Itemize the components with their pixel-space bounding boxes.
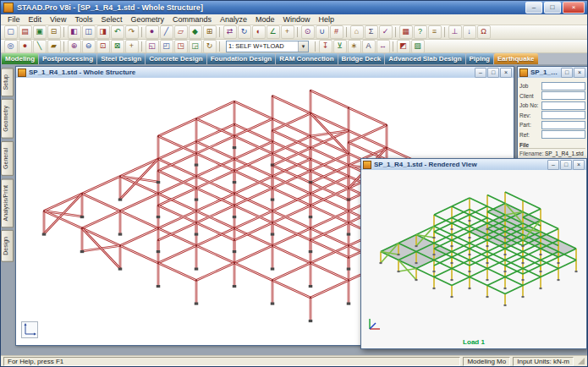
check-model-icon[interactable]: ✓ <box>379 25 393 39</box>
job-field-input[interactable] <box>541 130 585 139</box>
report-icon[interactable]: ≡ <box>428 25 442 39</box>
mode-tab-ram-connection[interactable]: RAM Connection <box>276 53 337 64</box>
display-loads-icon[interactable]: ↧ <box>319 40 332 53</box>
menu-item-window[interactable]: Window <box>279 14 315 25</box>
display-axes-icon[interactable]: ∗ <box>348 40 361 53</box>
rendered-canvas[interactable] <box>361 170 586 348</box>
connect-beams-icon[interactable]: ∪ <box>316 25 329 39</box>
save-icon[interactable]: ▣ <box>33 25 47 39</box>
menu-item-edit[interactable]: Edit <box>25 14 47 25</box>
translational-repeat-icon[interactable]: ⇄ <box>223 25 237 39</box>
maximize-icon[interactable]: □ <box>561 68 573 78</box>
job-info-titlebar[interactable]: SP_1_R4_1.std - Job Info □ × <box>518 67 587 79</box>
view-top-icon[interactable]: ◰ <box>160 40 173 53</box>
mode-tab-concrete-design[interactable]: Concrete Design <box>146 53 206 64</box>
menu-item-tools[interactable]: Tools <box>70 14 96 25</box>
active-load-combo[interactable]: 1: SELF W+TLOAD▾ <box>226 41 309 52</box>
zoom-in-icon[interactable]: ⊕ <box>68 40 81 53</box>
zoom-out-icon[interactable]: ⊖ <box>82 40 96 53</box>
mode-tab-bridge-deck[interactable]: Bridge Deck <box>338 53 385 64</box>
job-field-input[interactable] <box>541 101 585 110</box>
page-tab-general[interactable]: General <box>1 141 14 176</box>
copy-icon[interactable]: ◫ <box>82 25 96 39</box>
close-icon[interactable]: × <box>500 68 512 78</box>
menu-item-view[interactable]: View <box>46 14 70 25</box>
whole-structure-titlebar[interactable]: SP_1_R4_1.std - Whole Structure – □ × <box>16 67 514 79</box>
support-icon[interactable]: ⊥ <box>448 25 462 39</box>
run-analysis-icon[interactable]: Σ <box>365 25 378 39</box>
move-icon[interactable]: + <box>281 25 294 39</box>
mode-tab-postprocessing[interactable]: Postprocessing <box>39 53 96 64</box>
new-file-icon[interactable]: ▢ <box>4 25 18 39</box>
node-tool-icon[interactable]: ● <box>146 25 159 39</box>
dimension-icon[interactable]: ↔ <box>376 40 390 53</box>
zoom-extents-icon[interactable]: ⊠ <box>111 40 124 53</box>
zoom-window-icon[interactable]: ⊡ <box>96 40 110 53</box>
select-plates-icon[interactable]: ▰ <box>47 40 61 53</box>
mirror-icon[interactable]: ◐ <box>252 25 266 39</box>
view-side-icon[interactable]: ◳ <box>174 40 188 53</box>
display-labels-icon[interactable]: A <box>362 40 376 53</box>
close-button[interactable]: × <box>563 2 585 14</box>
mode-tab-foundation-design[interactable]: Foundation Design <box>207 53 275 64</box>
close-icon[interactable]: × <box>573 160 585 170</box>
maximize-button[interactable]: □ <box>544 2 561 14</box>
renumber-icon[interactable]: # <box>330 25 343 39</box>
page-tab-setup[interactable]: Setup <box>1 68 14 96</box>
chevron-down-icon[interactable]: ▾ <box>298 41 308 52</box>
menu-item-commands[interactable]: Commands <box>168 14 216 25</box>
shaded-view-icon[interactable]: ▨ <box>411 40 425 53</box>
minimize-icon[interactable]: – <box>475 68 486 78</box>
load-arrow-icon[interactable]: ↓ <box>463 25 476 39</box>
maximize-icon[interactable]: □ <box>487 68 499 78</box>
snap-grid-icon[interactable]: ⊞ <box>203 25 217 39</box>
select-cursor-icon[interactable]: ◎ <box>4 40 18 53</box>
open-file-icon[interactable]: ▤ <box>19 25 32 39</box>
plate-tool-icon[interactable]: ▱ <box>174 25 188 39</box>
menu-item-geometry[interactable]: Geometry <box>126 14 168 25</box>
menu-item-file[interactable]: File <box>3 14 25 25</box>
structure-wizard-icon[interactable]: ⌂ <box>350 25 364 39</box>
paste-icon[interactable]: ◨ <box>96 25 110 39</box>
resize-grip[interactable] <box>578 358 585 364</box>
mode-tab-advanced-slab-design[interactable]: Advanced Slab Design <box>385 53 464 64</box>
circular-repeat-icon[interactable]: ↻ <box>238 25 251 39</box>
redo-icon[interactable]: ↷ <box>125 25 139 39</box>
undo-icon[interactable]: ↶ <box>111 25 124 39</box>
section-property-icon[interactable]: Ω <box>477 25 491 39</box>
menu-item-analyze[interactable]: Analyze <box>216 14 251 25</box>
display-supports-icon[interactable]: ⊻ <box>333 40 347 53</box>
menu-item-mode[interactable]: Mode <box>251 14 279 25</box>
menu-item-select[interactable]: Select <box>96 14 126 25</box>
render-view-icon[interactable]: ◩ <box>397 40 410 53</box>
maximize-icon[interactable]: □ <box>560 160 572 170</box>
minimize-button[interactable]: – <box>525 2 542 14</box>
tables-icon[interactable]: ▦ <box>399 25 413 39</box>
menu-item-help[interactable]: Help <box>315 14 339 25</box>
rotate-view-icon[interactable]: ↻ <box>203 40 217 53</box>
job-field-input[interactable] <box>541 82 585 90</box>
mode-tab-modeling[interactable]: Modeling <box>2 53 38 64</box>
page-tab-geometry[interactable]: Geometry <box>1 99 14 139</box>
page-tab-design[interactable]: Design <box>1 230 14 262</box>
select-beams-icon[interactable]: ╲ <box>33 40 47 53</box>
mode-tab-steel-design[interactable]: Steel Design <box>97 53 145 64</box>
job-field-input[interactable] <box>541 111 585 119</box>
solid-tool-icon[interactable]: ◆ <box>189 25 202 39</box>
view-isometric-icon[interactable]: ◲ <box>189 40 202 53</box>
minimize-icon[interactable]: – <box>547 160 559 170</box>
job-field-input[interactable] <box>541 91 585 100</box>
mode-tab-earthquake[interactable]: Earthquake <box>494 53 538 64</box>
cut-icon[interactable]: ◧ <box>68 25 81 39</box>
pan-icon[interactable]: + <box>125 40 139 53</box>
print-icon[interactable]: ⊟ <box>47 25 61 39</box>
query-icon[interactable]: ? <box>414 25 427 39</box>
select-nodes-icon[interactable]: ● <box>19 40 32 53</box>
view-front-icon[interactable]: ◱ <box>146 40 159 53</box>
job-field-input[interactable] <box>541 121 585 129</box>
mode-tab-piping[interactable]: Piping <box>466 53 493 64</box>
rotate-icon[interactable]: ∠ <box>267 25 280 39</box>
rendered-view-titlebar[interactable]: SP_1_R4_1.std - Rendered View – □ × <box>361 159 586 171</box>
page-tab-analysis-print[interactable]: Analysis/Print <box>1 178 14 227</box>
beam-tool-icon[interactable]: ╱ <box>160 25 173 39</box>
